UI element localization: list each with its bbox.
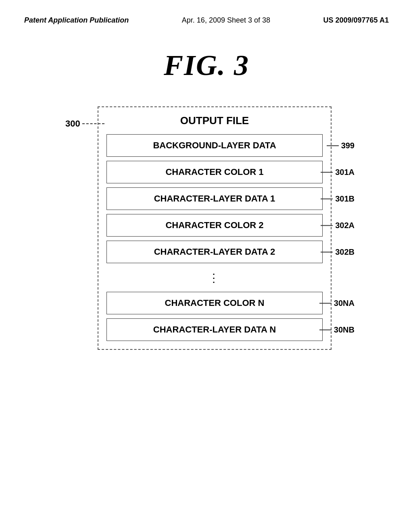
output-file-box: OUTPUT FILE BACKGROUND-LAYER DATA 399 CH…	[98, 106, 332, 350]
ref-30na: 30NA	[319, 299, 355, 308]
background-layer-row: BACKGROUND-LAYER DATA 399	[106, 134, 323, 157]
publication-label: Patent Application Publication	[24, 16, 129, 25]
ref-399: 399	[327, 141, 355, 150]
ref-302a: 302A	[321, 221, 355, 230]
ellipsis: ⋮	[98, 267, 331, 289]
spacer	[98, 289, 331, 292]
char-color-1-row: CHARACTER COLOR 1 301A	[106, 161, 323, 183]
ref-302b: 302B	[321, 247, 355, 257]
char-layer-1-row: CHARACTER-LAYER DATA 1 301B	[106, 187, 323, 210]
char-layer-n-row: CHARACTER-LAYER DATA N 30NB	[106, 318, 323, 341]
output-file-title: OUTPUT FILE	[98, 107, 331, 134]
char-color-n-row: CHARACTER COLOR N 30NA	[106, 292, 323, 314]
patent-number: US 2009/097765 A1	[323, 16, 389, 25]
sheet-info: Apr. 16, 2009 Sheet 3 of 38	[182, 16, 270, 25]
diagram-area: 300 OUTPUT FILE BACKGROUND-LAYER DATA 39…	[65, 106, 348, 350]
ref-301a: 301A	[321, 168, 355, 177]
char-layer-2-row: CHARACTER-LAYER DATA 2 302B	[106, 241, 323, 263]
figure-title: FIG. 3	[0, 49, 413, 82]
char-color-2-row: CHARACTER COLOR 2 302A	[106, 214, 323, 237]
page-header: Patent Application Publication Apr. 16, …	[0, 0, 413, 25]
ref-301b: 301B	[321, 194, 355, 204]
ref-30nb: 30NB	[319, 325, 355, 335]
